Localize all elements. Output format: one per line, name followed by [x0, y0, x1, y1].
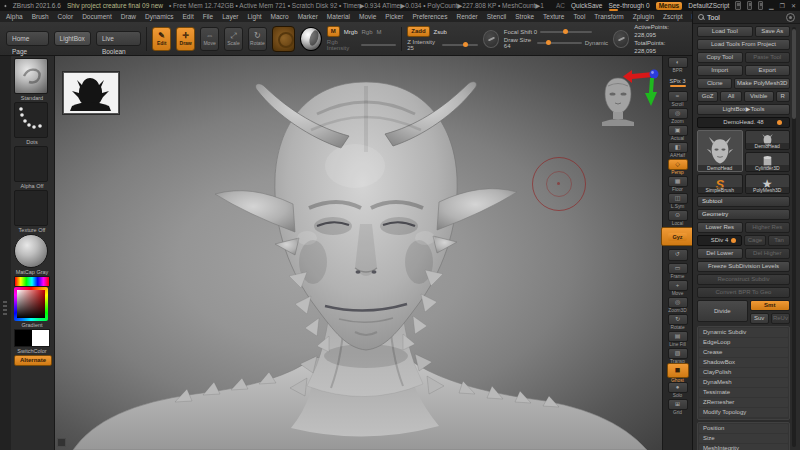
- menu-item[interactable]: Layer: [222, 13, 238, 20]
- clone-button[interactable]: Clone: [697, 78, 732, 89]
- right-shelf-button[interactable]: ▣ Actual: [665, 125, 691, 142]
- freeze-subdivision-button[interactable]: Freeze SubDivision Levels: [697, 261, 790, 272]
- dynamic-toggle[interactable]: Dynamic: [585, 40, 608, 46]
- draw-size-slider[interactable]: Draw Size 64 Dynamic: [504, 37, 608, 49]
- draw-mode-button[interactable]: ✛ Draw: [176, 27, 195, 51]
- menu-item[interactable]: Brush: [32, 13, 49, 20]
- sculptris-pro-button[interactable]: [272, 26, 295, 52]
- suv-toggle[interactable]: Suv: [750, 313, 769, 324]
- divide-button[interactable]: Divide: [697, 300, 748, 322]
- current-material-sphere[interactable]: [300, 27, 322, 51]
- geometry-subsection-header[interactable]: ShadowBox: [699, 358, 788, 367]
- switch-color-label[interactable]: SwitchColor: [14, 347, 50, 355]
- current-tool-slider[interactable]: DemoHead. 48: [697, 117, 790, 128]
- sdiv-slider[interactable]: SDiv 4: [697, 235, 742, 246]
- live-boolean-button[interactable]: Live Boolean: [96, 31, 141, 46]
- current-stroke-thumb[interactable]: [14, 102, 48, 138]
- reconstruct-subdiv-button[interactable]: Reconstruct Subdiv: [697, 274, 790, 285]
- save-as-button[interactable]: Save As: [755, 26, 790, 37]
- sculpt-canvas[interactable]: [55, 56, 662, 450]
- right-shelf-button[interactable]: ↺: [665, 246, 691, 263]
- menu-item[interactable]: Picker: [385, 13, 403, 20]
- geometry-subsection-header[interactable]: DynaMesh: [699, 378, 788, 387]
- tan-button[interactable]: Tan: [768, 235, 790, 246]
- higher-res-button[interactable]: Higher Res: [745, 222, 791, 233]
- rgb-intensity-slider[interactable]: Rgb Intensity: [327, 39, 397, 51]
- goz-all-button[interactable]: All: [720, 91, 741, 102]
- geometry-subsection-header[interactable]: Tessimate: [699, 388, 788, 397]
- right-shelf-button[interactable]: SPix 3: [665, 74, 691, 91]
- goz-button[interactable]: GoZ: [697, 91, 718, 102]
- menu-item[interactable]: File: [203, 13, 213, 20]
- geometry-subsection-header[interactable]: MeshIntegrity: [699, 444, 788, 450]
- slider-handle[interactable]: [777, 120, 782, 125]
- export-button[interactable]: Export: [745, 65, 791, 76]
- focal-shift-slider[interactable]: Focal Shift 0: [504, 29, 608, 35]
- right-shelf-button[interactable]: ⊙ Local: [665, 210, 691, 227]
- right-shelf-button[interactable]: ◧ AAHalf: [665, 142, 691, 159]
- menus-button[interactable]: Menus: [656, 2, 683, 10]
- mrgb-active-chip[interactable]: M: [327, 26, 340, 37]
- hue-bar[interactable]: [14, 276, 50, 287]
- close-icon[interactable]: ✕: [791, 2, 796, 9]
- move-mode-button[interactable]: ⇔ Move: [200, 27, 219, 51]
- menu-item[interactable]: Zplugin: [633, 13, 654, 20]
- slider-handle[interactable]: [563, 29, 568, 34]
- current-material-thumb[interactable]: [14, 234, 48, 268]
- alternate-button[interactable]: Alternate: [14, 355, 52, 366]
- right-shelf-button[interactable]: ■ Ghost: [665, 365, 691, 382]
- load-tool-button[interactable]: Load Tool: [697, 26, 753, 37]
- m-button[interactable]: M: [377, 29, 382, 35]
- geometry-subsection-header[interactable]: Modify Topology: [699, 408, 788, 417]
- menu-item[interactable]: Document: [82, 13, 112, 20]
- rotate-mode-button[interactable]: ↻ Rotate: [248, 27, 267, 51]
- right-shelf-button[interactable]: ◫ L.Sym: [665, 193, 691, 210]
- right-shelf-button[interactable]: ▤ Line Fill: [665, 331, 691, 348]
- tray-drag-handle[interactable]: [3, 301, 7, 315]
- main-color-swatch[interactable]: [15, 330, 32, 346]
- geometry-subsection-header[interactable]: ClayPolish: [699, 368, 788, 377]
- right-shelf-button[interactable]: + Move: [665, 280, 691, 297]
- sv-square[interactable]: [17, 290, 45, 318]
- tool-thumb-demohead-selected[interactable]: DemoHead: [697, 130, 743, 172]
- geometry-subsection-header[interactable]: Dynamic Subdiv: [699, 328, 788, 337]
- cage-button[interactable]: Cage: [744, 235, 766, 246]
- right-shelf-button[interactable]: ▦ Floor: [665, 176, 691, 193]
- make-polymesh3d-button[interactable]: Make PolyMesh3D: [734, 78, 790, 89]
- slider-handle[interactable]: [546, 40, 551, 45]
- tool-thumb-demohead[interactable]: DemoHead: [745, 130, 791, 150]
- color-picker[interactable]: [14, 287, 48, 321]
- default-zscript-button[interactable]: DefaultZScript: [688, 2, 729, 9]
- right-shelf-button[interactable]: ▭ Frame: [665, 263, 691, 280]
- edit-mode-button[interactable]: ✎ Edit: [152, 27, 171, 51]
- import-button[interactable]: Import: [697, 65, 743, 76]
- geometry-subsection-header[interactable]: Size: [699, 434, 788, 443]
- stroke-curve-icon[interactable]: [483, 30, 499, 48]
- menu-item[interactable]: Light: [247, 13, 261, 20]
- reuv-toggle[interactable]: ReUv: [771, 313, 790, 324]
- tray-toggle[interactable]: [57, 438, 66, 447]
- menu-item[interactable]: Material: [327, 13, 350, 20]
- tool-palette-header[interactable]: Tool: [693, 11, 800, 24]
- right-shelf-button[interactable]: ● Solo: [665, 382, 691, 399]
- search-icon[interactable]: [698, 14, 704, 20]
- current-texture-thumb[interactable]: [14, 190, 48, 226]
- right-shelf-button[interactable]: ◐ BPR: [665, 57, 691, 74]
- menu-item[interactable]: Stroke: [515, 13, 534, 20]
- slider-handle[interactable]: [463, 42, 468, 47]
- layout-icon-1[interactable]: [735, 1, 740, 10]
- menu-item[interactable]: Dynamics: [145, 13, 174, 20]
- scale-mode-button[interactable]: ⤢ Scale: [224, 27, 243, 51]
- menu-item[interactable]: Marker: [298, 13, 318, 20]
- right-shelf-button[interactable]: Gyz: [661, 227, 695, 246]
- paste-tool-button[interactable]: Paste Tool: [745, 52, 791, 63]
- geometry-subsection-header[interactable]: Crease: [699, 348, 788, 357]
- lightbox-tools-button[interactable]: LightBox▶Tools: [697, 104, 790, 115]
- minimize-icon[interactable]: ▁: [769, 2, 774, 9]
- tool-palette-scrollbar[interactable]: [792, 27, 796, 447]
- home-page-button[interactable]: Home Page: [6, 31, 49, 46]
- current-brush-thumb[interactable]: [14, 58, 48, 94]
- zsub-button[interactable]: Zsub: [434, 29, 447, 35]
- subtool-section-header[interactable]: Subtool: [697, 196, 790, 207]
- restore-icon[interactable]: ❐: [780, 2, 785, 9]
